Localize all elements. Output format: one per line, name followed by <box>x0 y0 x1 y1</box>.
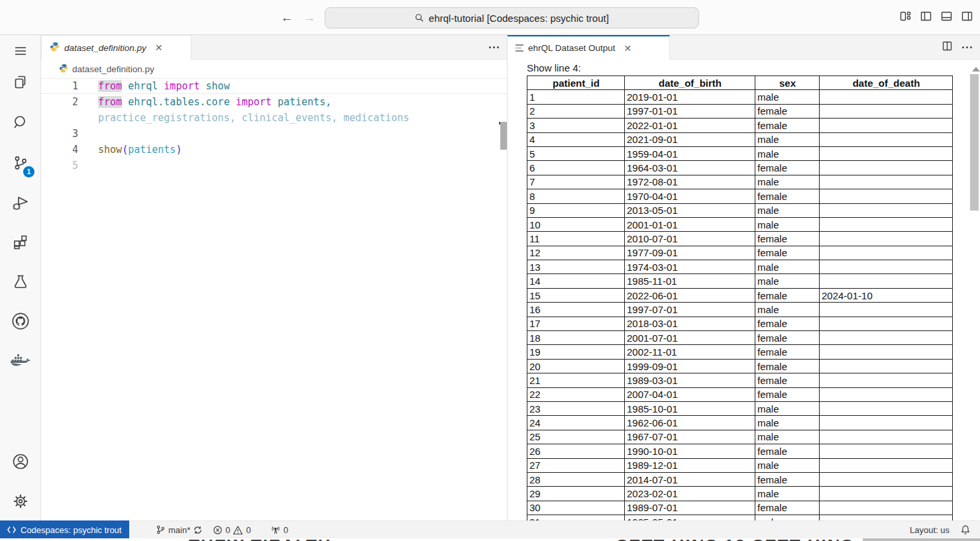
table-cell: 1974-03-01 <box>625 260 755 274</box>
accounts-icon[interactable] <box>0 446 40 477</box>
table-cell: 2024-01-10 <box>820 288 953 302</box>
table-cell <box>820 175 953 189</box>
table-cell: 29 <box>527 487 625 501</box>
tab-label: ehrQL Dataset Output <box>528 43 616 53</box>
table-cell: 1997-01-01 <box>625 104 755 118</box>
table-cell: 1985-11-01 <box>625 274 755 288</box>
code-line[interactable]: 5 <box>41 158 507 173</box>
table-cell: 2022-06-01 <box>625 288 755 302</box>
table-row: 141985-11-01male <box>527 274 953 288</box>
run-and-debug-icon[interactable] <box>0 187 40 219</box>
customize-layout-icon[interactable] <box>899 10 912 23</box>
table-row: 21997-01-01female <box>527 104 953 118</box>
table-cell: 21 <box>527 373 625 387</box>
table-row: 231985-10-01male <box>527 401 953 415</box>
notifications-bell-icon[interactable] <box>960 524 971 535</box>
table-cell: 1985-10-01 <box>625 401 755 415</box>
column-header: date_of_death <box>820 76 953 90</box>
table-cell: 2022-01-01 <box>625 119 755 132</box>
table-cell: female <box>755 501 820 515</box>
navigate-back-icon[interactable]: ← <box>278 9 296 26</box>
show-line-heading: Show line 4: <box>527 62 980 74</box>
radio-tower-icon <box>270 525 281 535</box>
github-icon[interactable] <box>0 305 40 337</box>
navigate-forward-icon[interactable]: → <box>301 9 318 26</box>
table-cell: 12 <box>527 246 625 260</box>
table-cell: male <box>755 146 820 160</box>
keyboard-layout-item[interactable]: Layout: us <box>910 525 950 535</box>
line-number: 2 <box>41 94 78 110</box>
table-row: 92013-05-01male <box>527 203 953 217</box>
branch-status-item[interactable]: main* <box>152 521 206 538</box>
search-sidebar-icon[interactable] <box>0 107 40 138</box>
editor-more-actions-icon[interactable] <box>489 46 499 48</box>
table-row: 201999-09-01female <box>527 359 953 373</box>
panel-more-actions-icon[interactable] <box>962 46 972 48</box>
table-cell: 1985-05-01 <box>625 515 755 520</box>
python-file-icon <box>50 42 60 54</box>
close-tab-icon[interactable]: ✕ <box>155 42 163 53</box>
column-header: patient_id <box>527 76 625 90</box>
table-cell: male <box>755 132 820 146</box>
table-cell: 1959-04-01 <box>625 146 755 160</box>
table-cell: 1964-03-01 <box>625 161 755 175</box>
testing-flask-icon[interactable] <box>0 266 40 297</box>
toggle-secondary-sidebar-icon[interactable] <box>961 10 973 23</box>
panel-scrollbar-thumb[interactable] <box>970 74 979 211</box>
source-control-icon[interactable]: 1 <box>0 147 40 179</box>
table-row: 51959-04-01male <box>527 146 953 160</box>
table-row: 311985-05-01male <box>527 515 953 520</box>
line-number: 4 <box>41 142 78 158</box>
panel-scroll-up-icon[interactable] <box>972 67 980 72</box>
table-row: 282014-07-01female <box>527 472 953 486</box>
extensions-icon[interactable] <box>0 226 40 258</box>
ports-status-item[interactable]: 0 <box>267 521 292 538</box>
command-center-search[interactable]: ehrql-tutorial [Codespaces: psychic trou… <box>325 7 699 28</box>
toggle-primary-sidebar-icon[interactable] <box>920 10 932 23</box>
code-line[interactable]: 2from ehrql.tables.core import patients, <box>41 94 507 110</box>
line-number: 5 <box>41 158 78 173</box>
dataset-output-view: Show line 4: patient_iddate_of_birthsexd… <box>508 60 980 520</box>
table-cell: 1989-07-01 <box>625 501 755 515</box>
table-cell: male <box>755 90 820 104</box>
editor-scrollbar-thumb[interactable] <box>500 122 507 150</box>
remote-icon <box>7 525 17 534</box>
code-line[interactable]: 1from ehrql import show <box>41 78 507 94</box>
table-cell <box>820 401 953 415</box>
problems-status-item[interactable]: 0 0 <box>209 521 254 538</box>
close-tab-icon[interactable]: ✕ <box>624 43 632 54</box>
output-tab-bar: ehrQL Dataset Output ✕ <box>508 35 980 60</box>
table-row: 81970-04-01female <box>527 189 953 203</box>
tab-dataset-definition[interactable]: dataset_definition.py ✕ <box>41 35 191 60</box>
tab-ehrql-dataset-output[interactable]: ehrQL Dataset Output ✕ <box>508 35 670 60</box>
table-cell: 2001-07-01 <box>625 331 755 345</box>
docker-icon[interactable] <box>0 345 40 377</box>
dataset-table: patient_iddate_of_birthsexdate_of_death … <box>527 75 953 520</box>
table-cell: male <box>755 217 820 231</box>
menu-icon[interactable] <box>0 35 40 67</box>
title-bar: ← → ehrql-tutorial [Codespaces: psychic … <box>0 0 980 35</box>
remote-indicator[interactable]: Codespaces: psychic trout <box>0 520 129 539</box>
table-cell <box>820 146 953 160</box>
table-row: 42021-09-01male <box>527 132 953 146</box>
table-row: 61964-03-01female <box>527 161 953 175</box>
code-line[interactable]: practice_registrations, clinical_events,… <box>41 110 507 126</box>
table-cell <box>820 104 953 118</box>
table-cell: male <box>755 487 820 501</box>
warnings-count: 0 <box>246 525 250 535</box>
table-cell: 1990-10-01 <box>625 444 755 458</box>
table-cell <box>820 119 953 132</box>
table-cell <box>820 373 953 387</box>
code-line[interactable]: 3 <box>41 126 507 142</box>
code-line[interactable]: 4show(patients) <box>41 142 507 158</box>
table-cell: female <box>755 359 820 373</box>
breadcrumb[interactable]: dataset_definition.py <box>41 60 507 78</box>
settings-gear-icon[interactable] <box>0 485 40 517</box>
table-cell: 31 <box>527 515 625 520</box>
table-cell: 1977-09-01 <box>625 246 755 260</box>
code-editor[interactable]: 1from ehrql import show2from ehrql.table… <box>41 78 507 520</box>
toggle-panel-icon[interactable] <box>940 10 953 23</box>
split-editor-icon[interactable] <box>942 40 953 54</box>
explorer-icon[interactable] <box>0 66 40 98</box>
table-cell: 1970-04-01 <box>625 189 755 203</box>
